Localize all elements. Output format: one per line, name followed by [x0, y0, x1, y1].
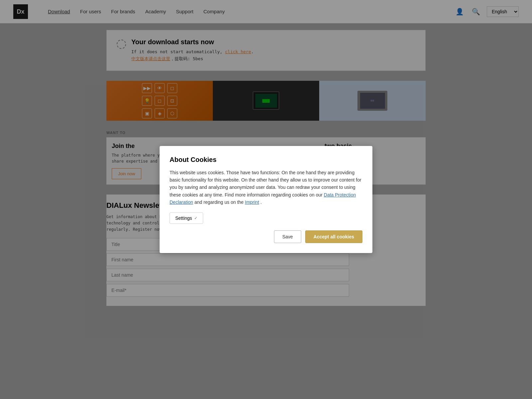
cookie-end-text: . [260, 200, 262, 205]
cookie-actions: Save Accept all cookies [170, 230, 362, 243]
settings-label: Settings [175, 215, 192, 221]
accept-all-cookies-button[interactable]: Accept all cookies [305, 230, 362, 243]
cookie-middle-text: and regarding us on the [195, 200, 245, 205]
settings-button[interactable]: Settings ✓ [170, 212, 203, 224]
cookie-body: This website uses cookies. Those have tw… [170, 169, 362, 206]
cookie-title: About Cookies [170, 156, 362, 164]
chevron-down-icon: ✓ [194, 216, 198, 220]
save-button[interactable]: Save [274, 230, 301, 243]
cookie-dialog: About Cookies This website uses cookies.… [160, 146, 372, 253]
imprint-link[interactable]: Imprint [245, 200, 259, 205]
cookie-overlay: About Cookies This website uses cookies.… [0, 0, 532, 399]
